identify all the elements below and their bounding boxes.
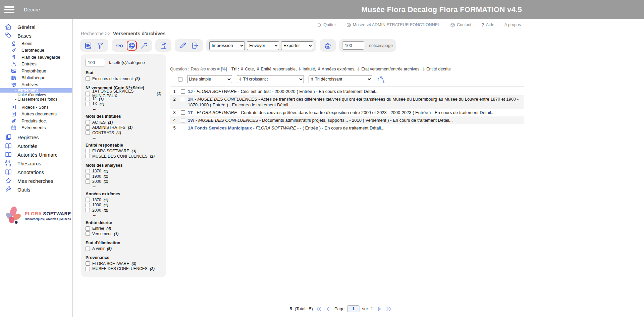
detail-link[interactable]: Détail... <box>364 89 379 94</box>
sidebar-item-evenements[interactable]: Evènements <box>0 124 72 131</box>
result-row[interactable]: 5 1A Fonds Services Municipaux - FLORA S… <box>170 124 524 132</box>
facet-checkbox[interactable] <box>86 247 90 251</box>
row-checkbox[interactable] <box>181 97 185 101</box>
quit-link[interactable]: Quitter <box>317 22 336 28</box>
facet-option[interactable]: En cours de traitement(5) <box>86 76 161 82</box>
first-page-icon[interactable] <box>316 306 322 312</box>
sidebar-item-entrees[interactable]: Entrées <box>0 61 72 68</box>
facet-option[interactable]: 1870(1) <box>86 197 161 203</box>
view-button[interactable] <box>115 41 125 51</box>
facet-checkbox[interactable] <box>86 149 90 153</box>
sidebar-item-outils[interactable]: Outils <box>0 185 72 194</box>
sidebar-item-mes-recherches[interactable]: Mes recherches <box>0 176 72 185</box>
facet-option[interactable]: MUSEE DES CONFLUENCES(2) <box>86 154 161 159</box>
row-checkbox[interactable] <box>181 118 185 122</box>
detail-link[interactable]: Détail... <box>480 110 494 115</box>
web-publish-button[interactable] <box>127 41 137 51</box>
facet-checkbox[interactable] <box>86 226 90 231</box>
facet-checkbox[interactable] <box>86 154 90 158</box>
facet-checkbox[interactable] <box>86 261 90 266</box>
sidebar-item-biens[interactable]: Biens <box>0 40 72 47</box>
sidebar-item-classement-fonds[interactable]: - Classement des fonds <box>0 97 72 102</box>
facet-option[interactable]: 1A FONDS SERVICES MUNICIPAUX(1) <box>86 91 161 97</box>
magic-wand-button[interactable] <box>139 41 149 51</box>
result-row[interactable]: 2 1K - MUSEE DES CONFLUENCES - Actes de … <box>170 95 524 109</box>
facet-option[interactable]: ADMINISTRATIFS(1) <box>86 125 161 130</box>
sidebar-item-autres-documents[interactable]: Autres documents <box>0 111 72 118</box>
facet-more-link[interactable]: ... <box>93 184 161 188</box>
facet-option[interactable]: CONTRATS(1) <box>86 130 161 136</box>
sidebar-item-autorites[interactable]: Autorités <box>0 142 72 150</box>
facet-option[interactable]: ACTES(1) <box>86 120 161 125</box>
detail-link[interactable]: Détail... <box>370 125 384 130</box>
detail-link[interactable]: Détail... <box>277 102 292 107</box>
save-button[interactable] <box>158 41 168 51</box>
facet-option[interactable]: MUSEE DES CONFLUENCES(2) <box>86 266 161 272</box>
basket-button[interactable] <box>323 41 333 51</box>
sort-descending-select[interactable]: ⇑ Tri décroissant : <box>309 75 372 83</box>
facet-checkbox[interactable] <box>86 97 90 101</box>
sidebar-item-autorites-unimarc[interactable]: Autorités Unimarc <box>0 150 72 159</box>
user-account[interactable]: Musée v4 ADMINISTRATEUR FONCTIONNEL <box>346 22 440 28</box>
hamburger-menu-icon[interactable] <box>4 6 14 13</box>
facet-option[interactable]: 1870(1) <box>86 169 161 174</box>
facet-option[interactable]: 1K(1) <box>86 102 161 107</box>
facet-option[interactable]: FLORA SOFTWARE(3) <box>86 149 161 154</box>
sidebar-item-plan-sauvegarde[interactable]: Plan de sauvegarde <box>0 54 72 61</box>
facet-checkbox[interactable] <box>86 179 90 184</box>
export-select[interactable]: Exporter <box>281 41 313 50</box>
facet-option[interactable]: Versement(1) <box>86 231 161 236</box>
sidebar-item-registres[interactable]: Registres <box>0 133 72 142</box>
sidebar-item-carotheque[interactable]: Carothèque <box>0 47 72 54</box>
sidebar-item-unite-archives[interactable]: - Unité d'archives <box>0 93 72 97</box>
row-checkbox[interactable] <box>181 110 185 115</box>
list-search-button[interactable] <box>83 41 93 51</box>
facet-checkbox[interactable] <box>86 198 90 202</box>
facet-checkbox[interactable] <box>86 203 90 207</box>
facet-option[interactable]: 1900(1) <box>86 174 161 179</box>
send-select[interactable]: Envoyer <box>247 41 279 50</box>
facet-checkbox[interactable] <box>86 174 90 178</box>
sidebar-item-archives[interactable]: Archives <box>0 81 72 88</box>
sidebar-item-produits-doc[interactable]: Produits doc. <box>0 117 72 124</box>
facet-option[interactable]: FLORA SOFTWARE(3) <box>86 261 161 266</box>
row-checkbox[interactable] <box>181 89 185 94</box>
select-all-checkbox[interactable] <box>178 77 182 82</box>
facet-option[interactable]: A venir(5) <box>86 246 161 252</box>
facet-checkbox[interactable] <box>86 102 90 106</box>
sidebar-item-thesaurus[interactable]: AB Thesaurus <box>0 159 72 168</box>
facet-option[interactable]: 2000(2) <box>86 208 161 213</box>
page-number-input[interactable] <box>347 305 359 312</box>
facet-checkbox[interactable] <box>86 169 90 173</box>
facet-checkbox[interactable] <box>86 208 90 212</box>
detail-link[interactable]: Détail... <box>438 118 453 123</box>
list-mode-select[interactable]: Liste simple <box>187 75 232 83</box>
record-cote[interactable]: 1A Fonds Services Municipaux <box>188 125 252 130</box>
notices-per-page-input[interactable] <box>342 41 364 50</box>
facet-more-link[interactable]: ... <box>93 213 161 216</box>
record-cote[interactable]: 1W <box>188 118 195 123</box>
contact-link[interactable]: Contact <box>450 22 471 28</box>
sidebar-item-bases[interactable]: Bases <box>0 31 72 40</box>
facet-checkbox[interactable] <box>86 231 90 236</box>
sidebar-item-videos-sons[interactable]: Vidéos - Sons <box>0 104 72 111</box>
facet-checkbox[interactable] <box>86 130 90 135</box>
breadcrumb-section[interactable]: Recherche >> <box>81 31 110 36</box>
sidebar-item-annotations[interactable]: Annotations <box>0 168 72 176</box>
sidebar-item-bibliotheque[interactable]: Bibliothèque <box>0 74 72 82</box>
facet-checkbox[interactable] <box>86 120 90 124</box>
row-checkbox[interactable] <box>181 126 185 130</box>
facet-count-input[interactable] <box>86 59 105 66</box>
facet-checkbox[interactable] <box>86 92 90 96</box>
record-cote[interactable]: 1T <box>188 110 193 115</box>
edit-button[interactable] <box>178 41 188 51</box>
facet-checkbox[interactable] <box>86 267 90 271</box>
facet-option[interactable]: 1900(1) <box>86 203 161 208</box>
sort-numeric-icon[interactable]: 3↑21 <box>377 75 384 83</box>
sidebar-item-phototheque[interactable]: Photothèque <box>0 67 72 74</box>
about-link[interactable]: A propos <box>504 22 521 27</box>
record-cote[interactable]: 1J <box>188 89 193 94</box>
facet-option[interactable]: Entrée(4) <box>86 226 161 231</box>
filter-button[interactable] <box>95 41 105 51</box>
facet-checkbox[interactable] <box>86 125 90 130</box>
